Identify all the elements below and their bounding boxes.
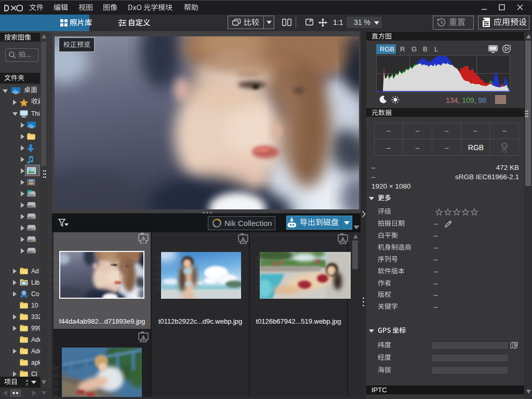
svg-text:a: a [26, 379, 28, 382]
svg-text:z: z [26, 382, 28, 385]
